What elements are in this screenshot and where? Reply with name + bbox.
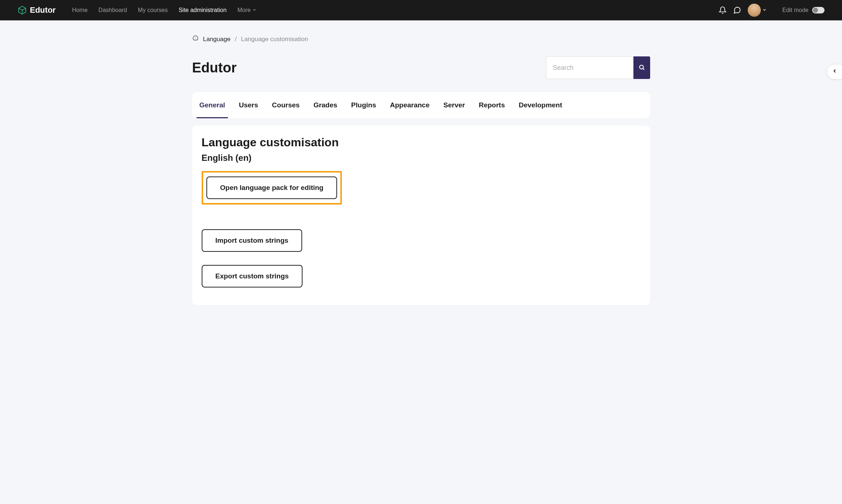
edit-mode-label: Edit mode: [782, 7, 809, 13]
tab-courses[interactable]: Courses: [272, 92, 300, 118]
chevron-down-icon: [252, 7, 257, 13]
chevron-down-icon: [762, 7, 767, 13]
notifications-icon[interactable]: [719, 6, 727, 14]
admin-tabs-card: General Users Courses Grades Plugins App…: [192, 92, 650, 118]
tab-plugins[interactable]: Plugins: [351, 92, 376, 118]
nav-link-site-administration[interactable]: Site administration: [179, 7, 227, 13]
nav-link-home[interactable]: Home: [72, 7, 88, 13]
nav-link-more[interactable]: More: [237, 7, 256, 13]
breadcrumb: Language / Language customisation: [192, 35, 650, 43]
breadcrumb-separator: /: [235, 36, 237, 43]
breadcrumb-language[interactable]: Language: [203, 36, 231, 43]
nav-links: Home Dashboard My courses Site administr…: [72, 7, 257, 13]
tab-reports[interactable]: Reports: [479, 92, 505, 118]
top-navbar: Edutor Home Dashboard My courses Site ad…: [0, 0, 842, 20]
nav-link-dashboard[interactable]: Dashboard: [99, 7, 127, 13]
tab-grades[interactable]: Grades: [313, 92, 337, 118]
highlighted-action: Open language pack for editing: [202, 171, 342, 205]
content-subheading: English (en): [202, 153, 641, 163]
tab-server[interactable]: Server: [443, 92, 465, 118]
navbar-left: Edutor Home Dashboard My courses Site ad…: [17, 5, 257, 15]
search-wrap: [546, 56, 650, 79]
drawer-toggle[interactable]: [827, 64, 842, 79]
user-menu[interactable]: [748, 4, 767, 17]
title-row: Edutor: [192, 56, 650, 79]
tab-general[interactable]: General: [199, 92, 225, 118]
chevron-left-icon: [832, 68, 838, 75]
tab-development[interactable]: Development: [519, 92, 562, 118]
main-container: Language / Language customisation Edutor…: [186, 20, 656, 320]
edit-mode-toggle[interactable]: [812, 7, 825, 13]
brand-name: Edutor: [30, 5, 56, 15]
tab-appearance[interactable]: Appearance: [390, 92, 430, 118]
admin-tabs: General Users Courses Grades Plugins App…: [199, 92, 643, 118]
breadcrumb-current: Language customisation: [241, 36, 308, 43]
nav-link-my-courses[interactable]: My courses: [138, 7, 168, 13]
search-icon: [639, 64, 645, 72]
page-title: Edutor: [192, 60, 237, 76]
search-input[interactable]: [546, 56, 633, 79]
brand[interactable]: Edutor: [17, 5, 56, 15]
edit-mode-control: Edit mode: [782, 7, 825, 13]
svg-point-2: [640, 65, 644, 69]
navbar-right: Edit mode: [719, 4, 825, 17]
nav-link-more-label: More: [237, 7, 250, 13]
open-language-pack-button[interactable]: Open language pack for editing: [206, 176, 337, 199]
svg-line-3: [643, 68, 644, 70]
content-heading: Language customisation: [202, 136, 641, 149]
brand-logo-icon: [17, 5, 27, 15]
tab-users[interactable]: Users: [239, 92, 258, 118]
search-button[interactable]: [633, 56, 650, 79]
export-custom-strings-button[interactable]: Export custom strings: [202, 265, 303, 287]
content-card: Language customisation English (en) Open…: [192, 126, 650, 305]
avatar: [748, 4, 761, 17]
dashboard-icon: [192, 35, 199, 43]
messages-icon[interactable]: [733, 6, 741, 14]
import-custom-strings-button[interactable]: Import custom strings: [202, 229, 303, 252]
